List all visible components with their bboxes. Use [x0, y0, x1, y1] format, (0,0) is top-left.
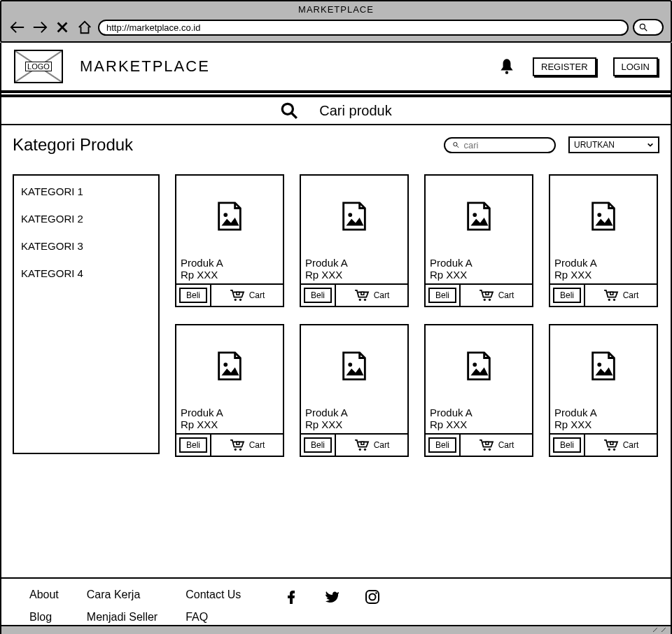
main-search-bar[interactable]: Cari produk: [1, 96, 671, 125]
filter-search[interactable]: [444, 137, 556, 153]
back-button[interactable]: [8, 20, 27, 35]
category-sidebar: KATEGORI 1 KATEGORI 2 KATEGORI 3 KATEGOR…: [13, 174, 160, 454]
cart-label: Cart: [249, 290, 265, 300]
product-price: Rp XXX: [176, 269, 283, 283]
footer-link-contact-us[interactable]: Contact Us: [186, 589, 241, 601]
resize-handle-icon[interactable]: ⟋⟋: [651, 625, 668, 634]
svg-point-25: [358, 449, 360, 451]
product-card[interactable]: Produk ARp XXXBeliCart: [300, 324, 409, 457]
buy-button[interactable]: Beli: [553, 437, 581, 453]
product-image: [426, 176, 532, 257]
svg-point-17: [608, 299, 610, 301]
svg-point-0: [640, 24, 645, 29]
product-name: Produk A: [550, 407, 657, 418]
product-grid: Produk ARp XXXBeliCartProduk ARp XXXBeli…: [175, 174, 659, 457]
twitter-icon[interactable]: [323, 589, 340, 605]
image-placeholder-icon: [587, 200, 620, 232]
product-name: Produk A: [176, 407, 283, 418]
product-image: [301, 325, 407, 407]
product-card[interactable]: Produk ARp XXXBeliCart: [300, 174, 409, 307]
buy-button[interactable]: Beli: [304, 437, 332, 453]
product-card[interactable]: Produk ARp XXXBeliCart: [549, 324, 658, 457]
logo[interactable]: LOGO: [14, 50, 63, 83]
product-card[interactable]: Produk ARp XXXBeliCart: [424, 324, 533, 457]
buy-button[interactable]: Beli: [428, 437, 456, 453]
buy-button[interactable]: Beli: [428, 288, 456, 303]
stop-button[interactable]: [53, 20, 71, 35]
cart-plus-icon: [230, 289, 245, 302]
sidebar-item-kategori-4[interactable]: KATEGORI 4: [21, 267, 151, 279]
buy-button[interactable]: Beli: [553, 288, 581, 303]
add-to-cart-button[interactable]: Cart: [335, 285, 407, 306]
buy-button[interactable]: Beli: [179, 437, 207, 453]
product-name: Produk A: [426, 407, 532, 418]
cart-label: Cart: [374, 440, 390, 450]
notifications-button[interactable]: [498, 57, 516, 76]
arrow-left-icon: [10, 20, 25, 35]
sidebar-item-kategori-3[interactable]: KATEGORI 3: [21, 240, 151, 252]
svg-point-4: [223, 213, 227, 217]
sidebar-item-kategori-1[interactable]: KATEGORI 1: [21, 185, 151, 197]
buy-button[interactable]: Beli: [179, 288, 207, 303]
footer: About Blog Cara Kerja Menjadi Seller Con…: [1, 577, 671, 624]
svg-point-13: [483, 299, 485, 301]
product-image: [176, 325, 283, 407]
svg-point-14: [489, 299, 491, 301]
svg-point-24: [348, 362, 352, 367]
register-button[interactable]: REGISTER: [533, 57, 596, 76]
image-placeholder-icon: [463, 350, 495, 382]
add-to-cart-button[interactable]: Cart: [459, 435, 532, 456]
forward-button[interactable]: [31, 20, 49, 35]
product-card[interactable]: Produk ARp XXXBeliCart: [549, 174, 658, 307]
add-to-cart-button[interactable]: Cart: [459, 285, 532, 306]
image-placeholder-icon: [338, 350, 370, 382]
svg-point-37: [370, 594, 376, 600]
product-card[interactable]: Produk ARp XXXBeliCart: [424, 174, 533, 307]
home-button[interactable]: [76, 20, 94, 35]
filter-search-input[interactable]: [464, 140, 547, 150]
product-price: Rp XXX: [301, 418, 407, 433]
buy-button[interactable]: Beli: [304, 288, 332, 303]
brand-title: MARKETPLACE: [80, 57, 210, 76]
instagram-icon[interactable]: [364, 589, 381, 605]
chevron-down-icon: [647, 141, 654, 148]
product-price: Rp XXX: [426, 269, 532, 283]
footer-link-faq[interactable]: FAQ: [186, 611, 241, 624]
browser-search-button[interactable]: [633, 19, 664, 36]
product-image: [426, 325, 532, 407]
image-placeholder-icon: [214, 350, 246, 382]
footer-link-menjadi-seller[interactable]: Menjadi Seller: [87, 611, 158, 624]
svg-point-16: [597, 213, 601, 217]
svg-point-5: [234, 299, 236, 301]
svg-point-22: [239, 449, 241, 451]
add-to-cart-button[interactable]: Cart: [335, 435, 407, 456]
add-to-cart-button[interactable]: Cart: [210, 285, 283, 306]
svg-point-12: [472, 213, 477, 217]
sidebar-item-kategori-2[interactable]: KATEGORI 2: [21, 213, 151, 225]
product-card[interactable]: Produk ARp XXXBeliCart: [175, 324, 284, 457]
cart-label: Cart: [249, 440, 265, 450]
footer-link-about[interactable]: About: [29, 589, 59, 601]
status-bar: ⟋⟋: [1, 625, 671, 634]
cart-plus-icon: [479, 439, 494, 451]
footer-link-blog[interactable]: Blog: [29, 611, 59, 624]
product-card[interactable]: Produk ARp XXXBeliCart: [175, 174, 284, 307]
svg-point-1: [505, 71, 508, 74]
x-icon: [55, 20, 70, 35]
add-to-cart-button[interactable]: Cart: [210, 435, 283, 456]
cart-plus-icon: [603, 439, 619, 451]
cart-label: Cart: [498, 440, 514, 450]
add-to-cart-button[interactable]: Cart: [584, 285, 657, 306]
browser-toolbar: [1, 16, 671, 41]
svg-point-34: [613, 449, 615, 451]
login-button[interactable]: LOGIN: [613, 57, 658, 76]
url-bar[interactable]: [98, 20, 629, 36]
product-name: Produk A: [176, 257, 283, 269]
bell-icon: [498, 57, 516, 76]
facebook-icon[interactable]: [283, 589, 300, 605]
window-title: MARKETPLACE: [1, 1, 671, 16]
footer-link-cara-kerja[interactable]: Cara Kerja: [87, 589, 158, 601]
sort-dropdown[interactable]: URUTKAN: [568, 136, 659, 153]
add-to-cart-button[interactable]: Cart: [584, 435, 657, 456]
arrow-right-icon: [32, 20, 48, 35]
